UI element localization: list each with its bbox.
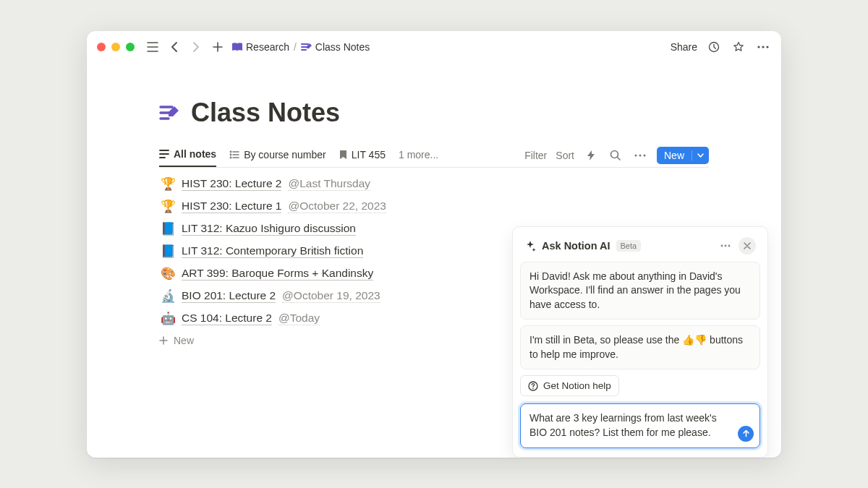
beta-badge: Beta bbox=[616, 240, 642, 252]
ai-message: Hi David! Ask me about anything in David… bbox=[520, 262, 760, 320]
traffic-lights bbox=[97, 43, 135, 51]
thumbs-down-icon: 👎 bbox=[694, 334, 707, 346]
sparkle-icon bbox=[524, 240, 536, 252]
note-title: LIT 312: Kazuo Ishiguro discussion bbox=[182, 222, 356, 236]
page-title: Class Notes bbox=[191, 98, 340, 128]
note-date: @Last Thursday bbox=[288, 177, 370, 191]
tab-more[interactable]: 1 more... bbox=[399, 145, 438, 166]
page-title-row: Class Notes bbox=[159, 98, 709, 128]
note-date: @October 19, 2023 bbox=[282, 289, 380, 303]
book-icon: 📘 bbox=[161, 244, 175, 259]
thumbs-up-icon: 👍 bbox=[682, 334, 694, 346]
lightning-icon[interactable] bbox=[583, 147, 599, 163]
svg-point-4 bbox=[230, 150, 232, 153]
hamburger-icon[interactable] bbox=[145, 39, 161, 55]
filter-button[interactable]: Filter bbox=[524, 150, 547, 161]
breadcrumb-parent-label: Research bbox=[246, 41, 289, 53]
svg-point-5 bbox=[230, 153, 232, 155]
grouped-list-icon bbox=[229, 150, 239, 159]
tab-all-notes[interactable]: All notes bbox=[159, 144, 216, 167]
palette-icon: 🎨 bbox=[161, 266, 175, 281]
breadcrumb-page[interactable]: Class Notes bbox=[301, 41, 370, 53]
more-icon[interactable] bbox=[755, 39, 771, 55]
search-icon[interactable] bbox=[608, 147, 624, 163]
new-row-label: New bbox=[174, 335, 194, 346]
note-title: HIST 230: Lecture 1 bbox=[182, 200, 281, 213]
minimize-window-dot[interactable] bbox=[111, 43, 120, 51]
note-title: CS 104: Lecture 2 bbox=[182, 312, 272, 325]
tab-by-course[interactable]: By course number bbox=[229, 145, 326, 166]
new-button[interactable]: New bbox=[657, 147, 709, 164]
trophy-icon: 🏆 bbox=[161, 176, 175, 192]
robot-icon: 🤖 bbox=[161, 311, 175, 326]
svg-point-9 bbox=[639, 154, 641, 156]
close-window-dot[interactable] bbox=[97, 43, 106, 51]
ai-panel: Ask Notion AI Beta Hi David! Ask me abou… bbox=[512, 226, 768, 458]
favorite-icon[interactable] bbox=[731, 39, 746, 55]
window: Research / Class Notes Share bbox=[87, 31, 781, 458]
page-icon[interactable] bbox=[159, 103, 181, 122]
svg-point-3 bbox=[766, 46, 768, 48]
note-title: BIO 201: Lecture 2 bbox=[182, 289, 276, 303]
bookmark-icon bbox=[339, 150, 347, 160]
book-icon bbox=[231, 42, 243, 52]
tab-all-notes-label: All notes bbox=[174, 148, 216, 160]
microscope-icon: 🔬 bbox=[161, 288, 175, 304]
breadcrumb-page-label: Class Notes bbox=[315, 41, 370, 53]
list-item[interactable]: 🏆HIST 230: Lecture 1@October 22, 2023 bbox=[161, 199, 709, 214]
topbar: Research / Class Notes Share bbox=[87, 31, 781, 63]
new-button-chevron-icon[interactable] bbox=[692, 150, 709, 160]
new-button-label: New bbox=[657, 147, 692, 164]
svg-point-12 bbox=[725, 244, 727, 247]
svg-point-1 bbox=[757, 46, 760, 48]
ai-header: Ask Notion AI Beta bbox=[520, 234, 760, 262]
ai-close-icon[interactable] bbox=[739, 237, 756, 254]
note-title: ART 399: Baroque Forms + Kandinsky bbox=[182, 267, 373, 281]
note-date: @Today bbox=[278, 312, 320, 325]
breadcrumb-parent[interactable]: Research bbox=[231, 41, 289, 53]
back-icon[interactable] bbox=[166, 39, 182, 55]
ai-input-text: What are 3 key learnings from last week'… bbox=[529, 412, 717, 438]
notes-icon bbox=[301, 42, 312, 52]
ai-message: I'm still in Beta, so please use the 👍👎 … bbox=[520, 325, 760, 369]
list-item[interactable]: 🏆HIST 230: Lecture 2@Last Thursday bbox=[161, 176, 709, 192]
ai-title: Ask Notion AI bbox=[542, 240, 610, 252]
ai-message-text-a: I'm still in Beta, so please use the bbox=[529, 334, 682, 346]
view-more-icon[interactable] bbox=[632, 147, 648, 163]
svg-point-2 bbox=[762, 46, 764, 48]
plus-icon bbox=[159, 336, 168, 345]
sort-button[interactable]: Sort bbox=[556, 150, 574, 161]
svg-point-8 bbox=[634, 154, 637, 156]
views-tabs: All notes By course number LIT 455 1 mor… bbox=[159, 144, 709, 168]
send-button[interactable] bbox=[738, 426, 754, 442]
tab-more-label: 1 more... bbox=[399, 149, 438, 160]
ai-more-icon[interactable] bbox=[717, 237, 734, 254]
svg-point-15 bbox=[532, 388, 534, 389]
tab-lit455[interactable]: LIT 455 bbox=[339, 145, 386, 166]
help-icon bbox=[528, 381, 538, 391]
trophy-icon: 🏆 bbox=[161, 199, 175, 214]
updates-icon[interactable] bbox=[706, 39, 722, 55]
list-icon bbox=[159, 150, 169, 158]
get-help-label: Get Notion help bbox=[543, 380, 611, 391]
svg-point-13 bbox=[728, 244, 731, 247]
get-help-button[interactable]: Get Notion help bbox=[520, 375, 619, 396]
note-date: @October 22, 2023 bbox=[288, 200, 386, 213]
new-page-icon[interactable] bbox=[210, 39, 226, 55]
breadcrumb-sep: / bbox=[294, 41, 297, 53]
breadcrumb: Research / Class Notes bbox=[231, 41, 370, 53]
note-title: HIST 230: Lecture 2 bbox=[182, 177, 281, 191]
svg-point-11 bbox=[721, 244, 723, 247]
forward-icon[interactable] bbox=[188, 39, 204, 55]
fullscreen-window-dot[interactable] bbox=[126, 43, 135, 51]
tab-by-course-label: By course number bbox=[244, 149, 326, 160]
note-title: LIT 312: Contemporary British fiction bbox=[182, 244, 363, 258]
ai-input[interactable]: What are 3 key learnings from last week'… bbox=[520, 403, 760, 448]
svg-point-10 bbox=[643, 154, 645, 156]
svg-point-6 bbox=[230, 156, 232, 158]
tab-lit455-label: LIT 455 bbox=[352, 149, 386, 160]
share-button[interactable]: Share bbox=[671, 41, 697, 53]
book-icon: 📘 bbox=[161, 221, 175, 236]
